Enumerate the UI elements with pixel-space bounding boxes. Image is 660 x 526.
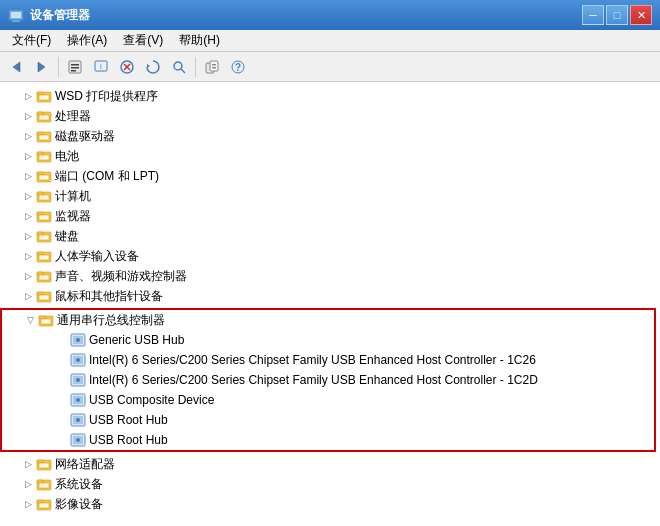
menu-file[interactable]: 文件(F) bbox=[4, 30, 59, 51]
tree-item-usb-ctrl[interactable]: ▽ 通用串行总线控制器 bbox=[2, 310, 654, 330]
svg-rect-23 bbox=[39, 95, 49, 100]
category-icon-sound bbox=[36, 268, 52, 284]
svg-rect-29 bbox=[39, 135, 49, 140]
svg-point-71 bbox=[76, 418, 80, 422]
toolbar-btn-4[interactable]: i bbox=[89, 55, 113, 79]
svg-rect-53 bbox=[39, 295, 49, 300]
tree-item-usb-root1[interactable]: USB Root Hub bbox=[2, 410, 654, 430]
minimize-button[interactable]: ─ bbox=[582, 5, 604, 25]
label-network: 网络适配器 bbox=[55, 456, 115, 473]
svg-rect-7 bbox=[71, 67, 79, 69]
svg-rect-8 bbox=[71, 70, 76, 72]
expander-disk[interactable]: ▷ bbox=[20, 128, 36, 144]
tree-item-wsd[interactable]: ▷ WSD 打印提供程序 bbox=[0, 86, 660, 106]
forward-button[interactable] bbox=[30, 55, 54, 79]
menu-view[interactable]: 查看(V) bbox=[115, 30, 171, 51]
tree-item-sound[interactable]: ▷ 声音、视频和游戏控制器 bbox=[0, 266, 660, 286]
expander-system[interactable]: ▷ bbox=[20, 476, 36, 492]
svg-point-59 bbox=[76, 338, 80, 342]
svg-rect-52 bbox=[37, 292, 43, 295]
expander-usb-ctrl[interactable]: ▽ bbox=[22, 312, 38, 328]
label-wsd: WSD 打印提供程序 bbox=[55, 88, 158, 105]
tree-item-cpu[interactable]: ▷ 处理器 bbox=[0, 106, 660, 126]
label-imaging: 影像设备 bbox=[55, 496, 103, 513]
tree-item-system[interactable]: ▷ 系统设备 bbox=[0, 474, 660, 494]
main-content: ▷ WSD 打印提供程序 ▷ 处理器 bbox=[0, 82, 660, 526]
label-monitor: 监视器 bbox=[55, 208, 91, 225]
expander-monitor[interactable]: ▷ bbox=[20, 208, 36, 224]
tree-item-usb-composite[interactable]: USB Composite Device bbox=[2, 390, 654, 410]
svg-point-62 bbox=[76, 358, 80, 362]
tree-item-network[interactable]: ▷ 网络适配器 bbox=[0, 454, 660, 474]
tree-item-generic-hub[interactable]: Generic USB Hub bbox=[2, 330, 654, 350]
close-button[interactable]: ✕ bbox=[630, 5, 652, 25]
category-icon-monitor bbox=[36, 208, 52, 224]
toolbar-btn-9[interactable]: ? bbox=[226, 55, 250, 79]
toolbar-btn-8[interactable] bbox=[200, 55, 224, 79]
svg-marker-4 bbox=[38, 62, 45, 72]
svg-rect-28 bbox=[37, 132, 43, 135]
label-sound: 声音、视频和游戏控制器 bbox=[55, 268, 187, 285]
toolbar-separator-2 bbox=[195, 57, 196, 77]
menu-action[interactable]: 操作(A) bbox=[59, 30, 115, 51]
category-icon-hid bbox=[36, 248, 52, 264]
label-intel-1c26: Intel(R) 6 Series/C200 Series Chipset Fa… bbox=[89, 353, 536, 367]
menu-bar: 文件(F) 操作(A) 查看(V) 帮助(H) bbox=[0, 30, 660, 52]
menu-help[interactable]: 帮助(H) bbox=[171, 30, 228, 51]
svg-rect-34 bbox=[37, 172, 43, 175]
svg-rect-26 bbox=[39, 115, 49, 120]
svg-marker-12 bbox=[147, 64, 150, 68]
svg-rect-56 bbox=[41, 319, 51, 324]
toolbar-btn-7[interactable] bbox=[167, 55, 191, 79]
window-icon bbox=[8, 7, 24, 23]
tree-item-battery[interactable]: ▷ 电池 bbox=[0, 146, 660, 166]
expander-battery[interactable]: ▷ bbox=[20, 148, 36, 164]
svg-rect-2 bbox=[12, 20, 20, 22]
tree-item-disk[interactable]: ▷ 磁盘驱动器 bbox=[0, 126, 660, 146]
expander-port[interactable]: ▷ bbox=[20, 168, 36, 184]
tree-item-mouse[interactable]: ▷ 鼠标和其他指针设备 bbox=[0, 286, 660, 306]
label-system: 系统设备 bbox=[55, 476, 103, 493]
svg-rect-80 bbox=[39, 483, 49, 488]
toolbar-btn-6[interactable] bbox=[141, 55, 165, 79]
maximize-button[interactable]: □ bbox=[606, 5, 628, 25]
back-button[interactable] bbox=[4, 55, 28, 79]
toolbar-btn-5[interactable] bbox=[115, 55, 139, 79]
expander-network[interactable]: ▷ bbox=[20, 456, 36, 472]
expander-computer[interactable]: ▷ bbox=[20, 188, 36, 204]
tree-item-intel-1c26[interactable]: Intel(R) 6 Series/C200 Series Chipset Fa… bbox=[2, 350, 654, 370]
tree-item-usb-root2[interactable]: USB Root Hub bbox=[2, 430, 654, 450]
svg-rect-17 bbox=[212, 64, 216, 66]
window-title: 设备管理器 bbox=[30, 7, 90, 24]
expander-cpu[interactable]: ▷ bbox=[20, 108, 36, 124]
category-icon-battery bbox=[36, 148, 52, 164]
expander-hid[interactable]: ▷ bbox=[20, 248, 36, 264]
svg-rect-46 bbox=[37, 252, 43, 255]
tree-item-monitor[interactable]: ▷ 监视器 bbox=[0, 206, 660, 226]
expander-imaging[interactable]: ▷ bbox=[20, 496, 36, 512]
label-computer: 计算机 bbox=[55, 188, 91, 205]
toolbar-btn-3[interactable] bbox=[63, 55, 87, 79]
svg-rect-50 bbox=[39, 275, 49, 280]
svg-point-68 bbox=[76, 398, 80, 402]
expander-keyboard[interactable]: ▷ bbox=[20, 228, 36, 244]
device-tree[interactable]: ▷ WSD 打印提供程序 ▷ 处理器 bbox=[0, 82, 660, 526]
tree-item-port[interactable]: ▷ 端口 (COM 和 LPT) bbox=[0, 166, 660, 186]
tree-item-imaging[interactable]: ▷ 影像设备 bbox=[0, 494, 660, 514]
tree-item-intel-1c2d[interactable]: Intel(R) 6 Series/C200 Series Chipset Fa… bbox=[2, 370, 654, 390]
tree-item-computer[interactable]: ▷ 计算机 bbox=[0, 186, 660, 206]
device-icon-usb-root1 bbox=[70, 412, 86, 428]
device-icon-usb-composite bbox=[70, 392, 86, 408]
category-icon-keyboard bbox=[36, 228, 52, 244]
svg-rect-16 bbox=[210, 61, 218, 71]
tree-item-keyboard[interactable]: ▷ 键盘 bbox=[0, 226, 660, 246]
svg-rect-76 bbox=[37, 460, 43, 463]
svg-marker-3 bbox=[13, 62, 20, 72]
title-bar: 设备管理器 ─ □ ✕ bbox=[0, 0, 660, 30]
tree-item-hid[interactable]: ▷ 人体学输入设备 bbox=[0, 246, 660, 266]
expander-mouse[interactable]: ▷ bbox=[20, 288, 36, 304]
label-cpu: 处理器 bbox=[55, 108, 91, 125]
svg-text:i: i bbox=[100, 62, 102, 71]
expander-sound[interactable]: ▷ bbox=[20, 268, 36, 284]
expander-wsd[interactable]: ▷ bbox=[20, 88, 36, 104]
